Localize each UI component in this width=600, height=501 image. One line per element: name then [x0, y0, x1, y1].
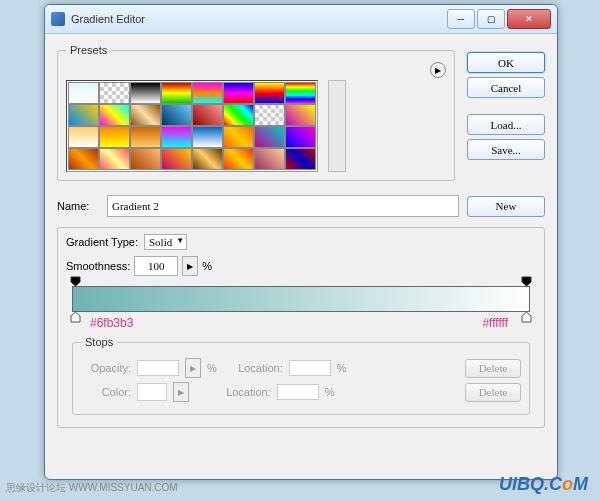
location-input-1[interactable]	[289, 360, 331, 376]
location-input-2[interactable]	[277, 384, 319, 400]
opacity-stop-right[interactable]	[521, 276, 532, 287]
name-input[interactable]	[107, 195, 459, 217]
maximize-button[interactable]: ▢	[477, 9, 505, 29]
svg-marker-3	[522, 312, 531, 322]
opacity-input[interactable]	[137, 360, 179, 376]
preset-swatch[interactable]	[192, 148, 223, 170]
preset-swatch[interactable]	[99, 148, 130, 170]
smoothness-label: Smoothness:	[66, 260, 130, 272]
titlebar[interactable]: Gradient Editor ─ ▢ ✕	[45, 5, 557, 34]
preset-swatch[interactable]	[192, 104, 223, 126]
preset-swatch[interactable]	[161, 104, 192, 126]
preset-swatch[interactable]	[223, 126, 254, 148]
gradient-editor-window: Gradient Editor ─ ▢ ✕ Presets ▶ OK Cance…	[44, 4, 558, 480]
preset-swatch[interactable]	[99, 104, 130, 126]
new-button[interactable]: New	[467, 196, 545, 217]
location-label-2: Location:	[221, 386, 271, 398]
smoothness-unit: %	[202, 260, 212, 272]
preset-swatch[interactable]	[99, 82, 130, 104]
app-icon	[51, 12, 65, 26]
preset-swatch[interactable]	[130, 148, 161, 170]
preset-swatch[interactable]	[254, 148, 285, 170]
minimize-button[interactable]: ─	[447, 9, 475, 29]
preset-swatch[interactable]	[68, 104, 99, 126]
preset-swatch[interactable]	[130, 82, 161, 104]
preset-swatch[interactable]	[254, 82, 285, 104]
presets-fieldset: Presets ▶	[57, 44, 455, 181]
preset-swatch[interactable]	[223, 104, 254, 126]
preset-swatch[interactable]	[254, 126, 285, 148]
cancel-button[interactable]: Cancel	[467, 77, 545, 98]
svg-marker-1	[522, 277, 531, 286]
save-button[interactable]: Save...	[467, 139, 545, 160]
preset-grid	[66, 80, 318, 172]
watermark-logo: UiBQ.CoM	[499, 474, 588, 495]
stops-legend: Stops	[81, 336, 117, 348]
gradient-bar[interactable]	[72, 286, 530, 312]
opacity-label: Opacity:	[81, 362, 131, 374]
opacity-stop-left[interactable]	[70, 276, 81, 287]
smoothness-stepper[interactable]: ▶	[182, 256, 198, 276]
gradient-settings-fieldset: Gradient Type: Solid Smoothness: ▶ %	[57, 227, 545, 428]
preset-swatch[interactable]	[192, 126, 223, 148]
presets-scrollbar[interactable]	[328, 80, 346, 172]
svg-marker-0	[71, 277, 80, 286]
watermark-cn: 思缘设计论坛 WWW.MISSYUAN.COM	[6, 481, 178, 495]
preset-swatch[interactable]	[285, 126, 316, 148]
gradient-type-label: Gradient Type:	[66, 236, 138, 248]
delete-opacity-button[interactable]: Delete	[465, 359, 521, 378]
gradient-bar-wrap: #6fb3b3 #ffffff	[72, 286, 530, 312]
preset-swatch[interactable]	[99, 126, 130, 148]
gradient-type-select[interactable]: Solid	[144, 234, 187, 250]
preset-swatch[interactable]	[254, 104, 285, 126]
preset-swatch[interactable]	[285, 82, 316, 104]
preset-swatch[interactable]	[223, 82, 254, 104]
preset-swatch[interactable]	[161, 126, 192, 148]
presets-legend: Presets	[66, 44, 111, 56]
preset-swatch[interactable]	[68, 148, 99, 170]
name-label: Name:	[57, 200, 99, 212]
preset-swatch[interactable]	[285, 104, 316, 126]
ok-button[interactable]: OK	[467, 52, 545, 73]
load-button[interactable]: Load...	[467, 114, 545, 135]
preset-swatch[interactable]	[192, 82, 223, 104]
svg-marker-2	[71, 312, 80, 322]
preset-swatch[interactable]	[68, 82, 99, 104]
preset-swatch[interactable]	[130, 104, 161, 126]
window-title: Gradient Editor	[71, 13, 447, 25]
color-swatch[interactable]	[137, 383, 167, 401]
location-label-1: Location:	[233, 362, 283, 374]
stops-fieldset: Stops Opacity: ▶ % Location: % Delete Co…	[72, 336, 530, 415]
color-stop-left[interactable]	[70, 311, 81, 323]
preset-swatch[interactable]	[130, 126, 161, 148]
close-button[interactable]: ✕	[507, 9, 551, 29]
preset-swatch[interactable]	[223, 148, 254, 170]
opacity-stepper[interactable]: ▶	[185, 358, 201, 378]
hex-label-left: #6fb3b3	[90, 316, 133, 330]
presets-menu-icon[interactable]: ▶	[430, 62, 446, 78]
smoothness-input[interactable]	[134, 256, 178, 276]
hex-label-right: #ffffff	[482, 316, 508, 330]
color-label: Color:	[81, 386, 131, 398]
color-picker-icon[interactable]: ▶	[173, 382, 189, 402]
preset-swatch[interactable]	[285, 148, 316, 170]
preset-swatch[interactable]	[161, 82, 192, 104]
color-stop-right[interactable]	[521, 311, 532, 323]
preset-swatch[interactable]	[68, 126, 99, 148]
delete-color-button[interactable]: Delete	[465, 383, 521, 402]
preset-swatch[interactable]	[161, 148, 192, 170]
